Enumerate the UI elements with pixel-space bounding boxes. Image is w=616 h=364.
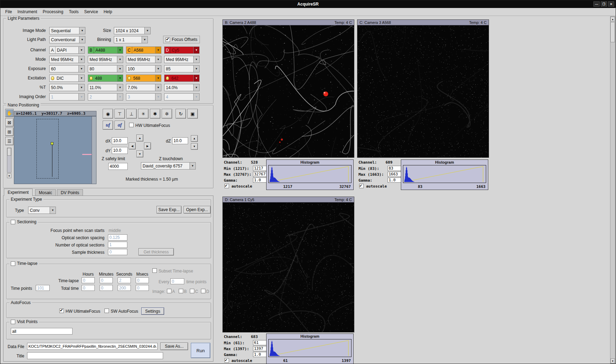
pan-tool-button[interactable]: ✋ <box>5 109 14 117</box>
move-to-bottom-button[interactable]: ⊥ <box>126 109 137 119</box>
open-exp-button[interactable]: Open Exp... <box>184 206 211 214</box>
tab-mosaic[interactable]: Mosaic <box>35 189 56 196</box>
timelapse-checkbox[interactable] <box>11 261 15 266</box>
map-zoom-slider[interactable] <box>7 148 11 173</box>
subset-timelapse-checkbox[interactable] <box>152 268 157 273</box>
camera-c-autoscale-checkbox[interactable] <box>359 184 364 188</box>
camera-d-header[interactable]: D: Camera 1 Cy5 Temp: 4 C <box>223 197 354 202</box>
excitation-d-select[interactable]: 642▼ <box>164 75 200 82</box>
mode-c-select[interactable]: Med 95MHz▼ <box>126 56 161 63</box>
image-d-checkbox[interactable] <box>201 289 205 293</box>
jog-up-button[interactable]: ▲ <box>136 135 143 141</box>
camera-b-image[interactable] <box>223 25 354 157</box>
jog-right-button[interactable]: ▶ <box>144 142 151 149</box>
map-zoom-slider-thumb[interactable] <box>7 148 11 156</box>
delete-region-tool-button[interactable]: ⊠ <box>5 118 14 127</box>
image-mode-select[interactable]: Sequential ▼ <box>49 27 85 34</box>
scrollbar-thumb[interactable] <box>610 22 615 42</box>
menu-service[interactable]: Service <box>81 8 101 15</box>
title-field[interactable] <box>27 352 163 359</box>
dx-field[interactable] <box>112 137 128 144</box>
pct-t-c-select[interactable]: 7.0%▼ <box>126 84 161 91</box>
data-file-field[interactable] <box>27 343 158 350</box>
camera-b-header[interactable]: B: Camera 2 A488 Temp: 4 C <box>223 20 354 25</box>
pct-t-d-select[interactable]: 14.0%▼ <box>164 84 200 91</box>
size-select[interactable]: 1024 x 1024 ▼ <box>114 27 151 34</box>
menu-instrument[interactable]: Instrument <box>15 8 40 15</box>
tab-experiment[interactable]: Experiment <box>4 189 33 196</box>
center-stage-button[interactable]: ◉ <box>103 109 113 119</box>
autofocus-settings-button[interactable]: Settings <box>141 307 164 315</box>
auto-focus-button[interactable]: af <box>115 121 125 130</box>
camera-d-image[interactable] <box>223 202 354 332</box>
channel-a-select[interactable]: A DAPI ▼ <box>49 46 85 54</box>
save-as-button[interactable]: Save As... <box>160 343 188 350</box>
mode-b-select[interactable]: Med 95MHz▼ <box>88 56 123 63</box>
tab-dv-points[interactable]: DV Points <box>57 189 83 196</box>
exposure-d-select[interactable]: 85▼ <box>164 65 200 72</box>
camera-c-image[interactable] <box>357 25 489 157</box>
maximize-button[interactable]: ❐ <box>601 1 607 7</box>
run-button[interactable]: Run <box>191 343 210 358</box>
title-bar[interactable]: AcquireSR — ❐ ✕ <box>0 0 616 8</box>
center-z-button[interactable]: ✳ <box>138 109 149 119</box>
image-a-checkbox[interactable] <box>167 289 171 293</box>
channel-b-select[interactable]: B A488 ▼ <box>88 46 123 54</box>
camera-d-autoscale-checkbox[interactable] <box>225 358 229 363</box>
channel-c-select[interactable]: C A568 ▼ <box>126 46 161 54</box>
exposure-b-select[interactable]: 80▼ <box>88 65 123 72</box>
camera-d-histogram-plot[interactable] <box>268 339 352 357</box>
autofocus-hw-checkbox[interactable] <box>59 309 64 313</box>
camera-c-histogram-plot[interactable] <box>403 165 486 183</box>
excitation-b-select[interactable]: 488▼ <box>88 75 123 82</box>
move-to-top-button[interactable]: ⊤ <box>115 109 125 119</box>
ultimate-focus-button[interactable]: uf <box>103 121 113 130</box>
z-touchdown-select[interactable]: David_coverslip 6757 ▼ <box>141 162 196 170</box>
exposure-c-select[interactable]: 100▼ <box>126 65 161 72</box>
main-vertical-scrollbar[interactable]: ▲ ▼ <box>610 16 615 364</box>
excitation-a-select[interactable]: DIC▼ <box>49 75 85 82</box>
stage-map[interactable] <box>14 116 96 184</box>
channel-d-select[interactable]: D Cy5 ▼ <box>164 46 200 54</box>
sectioning-checkbox[interactable] <box>11 220 15 224</box>
point-list-tool-button[interactable]: ☰ <box>5 137 14 145</box>
menu-file[interactable]: File <box>2 8 15 15</box>
scrollbar-down-button[interactable]: ▼ <box>610 358 615 363</box>
light-path-select[interactable]: Conventional ▼ <box>49 36 85 43</box>
camera-c-header[interactable]: C: Camera 3 A568 Temp: 4 C <box>357 20 489 25</box>
z-up-button[interactable]: ▲ <box>191 135 198 142</box>
visit-points-checkbox[interactable] <box>11 320 15 324</box>
menu-help[interactable]: Help <box>101 8 115 15</box>
image-b-checkbox[interactable] <box>179 289 183 293</box>
pct-t-a-select[interactable]: 50.0%▼ <box>49 84 85 91</box>
hw-ultimatefocus-checkbox[interactable] <box>129 123 134 127</box>
camera-b-autoscale-checkbox[interactable] <box>225 184 229 188</box>
jog-left-button[interactable]: ◀ <box>129 142 136 149</box>
excitation-c-select[interactable]: 568▼ <box>126 75 161 82</box>
menu-processing[interactable]: Processing <box>40 8 66 15</box>
minimize-button[interactable]: — <box>593 1 600 7</box>
menu-tools[interactable]: Tools <box>66 8 81 15</box>
save-exp-button[interactable]: Save Exp... <box>157 206 182 214</box>
dy-field[interactable] <box>112 147 128 154</box>
close-button[interactable]: ✕ <box>608 1 614 7</box>
goto-point-button[interactable]: ✲ <box>162 109 172 119</box>
z-safety-limit-field[interactable] <box>108 163 128 170</box>
autofocus-sw-checkbox[interactable] <box>104 309 109 313</box>
select-region-tool-button[interactable]: ⊞ <box>5 128 14 136</box>
mode-d-select[interactable]: Med 95MHz▼ <box>164 56 200 63</box>
dz-field[interactable] <box>172 137 188 144</box>
camera-b-histogram-plot[interactable] <box>268 165 352 183</box>
map-zoom-down-button[interactable]: ▼ <box>7 173 11 178</box>
mode-a-select[interactable]: Med 95MHz▼ <box>49 56 85 63</box>
exposure-a-select[interactable]: 60▼ <box>49 65 85 72</box>
refresh-button[interactable]: ↻ <box>176 109 186 119</box>
binning-select[interactable]: 1 x 1 ▼ <box>114 36 148 43</box>
jog-down-button[interactable]: ▼ <box>136 150 143 157</box>
pct-t-b-select[interactable]: 11.0%▼ <box>88 84 123 91</box>
scrollbar-up-button[interactable]: ▲ <box>610 17 615 21</box>
image-c-checkbox[interactable] <box>190 289 194 293</box>
visit-points-field[interactable] <box>11 328 73 335</box>
experiment-type-select[interactable]: Conv ▼ <box>28 207 56 214</box>
mark-point-button[interactable]: ✱ <box>150 109 160 119</box>
